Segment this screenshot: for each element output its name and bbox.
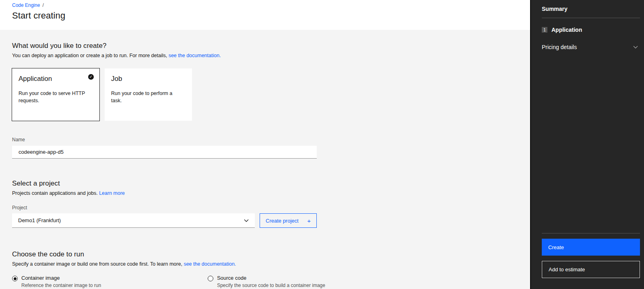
job-tile-title: Job (111, 75, 186, 83)
page-header: Code Engine/ Start creating (0, 0, 530, 30)
job-tile[interactable]: Job Run your code to perform a task. (105, 68, 192, 121)
source-code-description: Specify the source code to build a conta… (217, 283, 325, 288)
create-section-heading: What would you like to create? (12, 42, 518, 50)
breadcrumb-separator: / (42, 2, 43, 8)
project-field-block: Project Demo1 (Frankfurt) Create project… (12, 205, 518, 228)
code-section-heading: Choose the code to run (12, 250, 518, 258)
summary-sidebar: Summary 1 Application Pricing details Cr… (530, 0, 644, 289)
summary-application-row: 1 Application (542, 27, 640, 33)
documentation-link[interactable]: see the documentation. (169, 53, 221, 58)
create-project-button-label: Create project (266, 218, 299, 224)
selected-check-icon: ✓ (88, 74, 94, 80)
code-documentation-link[interactable]: see the documentation. (184, 261, 236, 267)
name-field-block: Name (12, 137, 518, 159)
project-section-subtext-text: Projects contain applications and jobs. (12, 190, 98, 196)
project-section-subtext: Projects contain applications and jobs. … (12, 190, 518, 196)
container-image-radio[interactable]: Container image Reference the container … (12, 275, 101, 288)
create-section-subtext: You can deploy an application or create … (12, 53, 518, 58)
create-project-button[interactable]: Create project + (260, 213, 317, 228)
project-section-heading: Select a project (12, 180, 518, 188)
breadcrumb-code-engine-link[interactable]: Code Engine (12, 2, 40, 8)
add-to-estimate-button[interactable]: Add to estimate (542, 261, 640, 278)
breadcrumb: Code Engine/ (12, 2, 530, 8)
code-section: Choose the code to run Specify a contain… (12, 250, 518, 288)
page-content: What would you like to create? You can d… (0, 30, 530, 289)
summary-application-label: Application (551, 27, 582, 33)
container-image-label: Container image (21, 275, 101, 281)
source-code-radio[interactable]: Source code Specify the source code to b… (208, 275, 325, 288)
job-tile-description: Run your code to perform a task. (111, 90, 180, 104)
application-tile-title: Application (19, 75, 93, 83)
pricing-details-label: Pricing details (542, 44, 577, 50)
code-section-subtext-text: Specify a container image or build one f… (12, 261, 182, 267)
name-field-label: Name (12, 137, 518, 142)
project-section: Select a project Projects contain applic… (12, 180, 518, 228)
code-section-subtext: Specify a container image or build one f… (12, 261, 518, 267)
plus-icon: + (307, 217, 311, 224)
create-section-subtext-text: You can deploy an application or create … (12, 53, 167, 58)
sidebar-footer-divider (542, 233, 640, 233)
learn-more-link[interactable]: Learn more (99, 190, 125, 196)
chevron-down-icon (244, 219, 249, 222)
code-source-options: Container image Reference the container … (12, 275, 518, 288)
radio-unselected-icon (208, 276, 213, 281)
name-input[interactable] (12, 146, 317, 159)
application-tile-description: Run your code to serve HTTP requests. (19, 90, 87, 104)
main-panel: Code Engine/ Start creating What would y… (0, 0, 530, 289)
summary-divider (542, 18, 640, 18)
source-code-label: Source code (217, 275, 325, 281)
radio-selected-icon (12, 276, 18, 281)
container-image-description: Reference the container image to run (21, 283, 101, 288)
sidebar-spacer (542, 50, 640, 227)
create-button[interactable]: Create (542, 239, 640, 256)
pricing-details-toggle[interactable]: Pricing details (542, 44, 640, 50)
application-count-badge: 1 (542, 27, 547, 33)
chevron-down-icon (633, 45, 638, 49)
application-tile[interactable]: Application ✓ Run your code to serve HTT… (12, 68, 99, 121)
create-type-cards: Application ✓ Run your code to serve HTT… (12, 68, 518, 121)
project-field-label: Project (12, 205, 518, 211)
project-dropdown-value: Demo1 (Frankfurt) (18, 217, 61, 223)
summary-title: Summary (542, 6, 640, 12)
page-title: Start creating (12, 10, 530, 21)
project-dropdown[interactable]: Demo1 (Frankfurt) (12, 213, 255, 228)
